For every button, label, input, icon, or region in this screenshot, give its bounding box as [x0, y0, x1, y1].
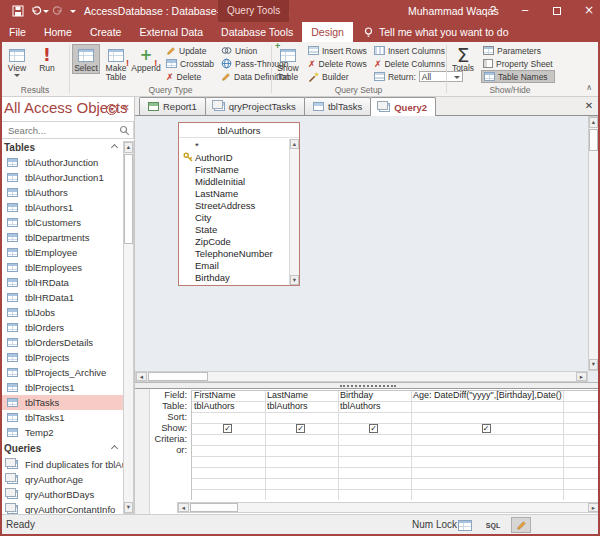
field-list-item[interactable]: MiddleInitial	[179, 175, 299, 187]
help-button[interactable]: ?	[484, 0, 502, 22]
undo-icon[interactable]	[30, 0, 49, 22]
grid-cell-or[interactable]	[410, 445, 562, 456]
search-input[interactable]	[6, 123, 114, 137]
grid-cell-criteria[interactable]	[410, 434, 562, 445]
grid-cell-table[interactable]	[410, 401, 562, 412]
sidebar-item[interactable]: tblAuthorJunction1	[0, 170, 123, 185]
field-list-title[interactable]: tblAuthors	[179, 123, 299, 138]
section-tables[interactable]: Tables	[0, 141, 123, 155]
nav-menu-icon[interactable]	[106, 104, 117, 115]
field-list-item[interactable]: ZipCode	[179, 235, 299, 247]
field-list-scrollbar[interactable]: ▴ ▾	[289, 139, 299, 285]
grid-cell-field[interactable]: FirstName	[191, 390, 264, 401]
collapse-section-icon[interactable]	[111, 445, 118, 452]
sidebar-item[interactable]: tblAuthors	[0, 185, 123, 200]
grid-cell-or[interactable]	[191, 445, 264, 456]
ribbon-tab[interactable]: File	[0, 22, 35, 42]
ribbon-tab[interactable]: Database Tools	[212, 22, 302, 42]
show-checkbox[interactable]: ✓	[482, 424, 491, 433]
scroll-up-arrow[interactable]: ▴	[124, 142, 133, 153]
field-list-item[interactable]: Birthday	[179, 271, 299, 283]
sidebar-item[interactable]: tblJobs	[0, 305, 123, 320]
field-list-item[interactable]: Email	[179, 259, 299, 271]
scroll-thumb[interactable]	[148, 372, 208, 381]
scroll-thumb[interactable]	[589, 129, 598, 151]
delete-rows-button[interactable]: ✗Delete Rows	[306, 57, 369, 70]
make-table-button[interactable]: ! Make Table	[102, 44, 130, 82]
scroll-left-arrow[interactable]: ◂	[178, 503, 189, 512]
insert-rows-button[interactable]: Insert Rows	[306, 44, 369, 57]
run-button[interactable]: ! Run	[33, 44, 61, 73]
scroll-up-arrow[interactable]: ▴	[589, 117, 598, 128]
totals-button[interactable]: Σ Totals	[449, 44, 477, 73]
field-list-item[interactable]: City	[179, 211, 299, 223]
sidebar-item[interactable]: qryAuthorContantInfo	[0, 502, 123, 514]
scroll-thumb[interactable]	[124, 154, 133, 244]
update-button[interactable]: Update	[164, 44, 216, 57]
sidebar-item[interactable]: tblProjects1	[0, 380, 123, 395]
show-checkbox[interactable]: ✓	[296, 424, 305, 433]
grid-cell-or[interactable]	[337, 445, 410, 456]
field-list-item[interactable]: FirstName	[179, 163, 299, 175]
scroll-left-arrow[interactable]: ◂	[136, 372, 147, 381]
grid-cell-sort[interactable]	[264, 412, 337, 423]
section-queries[interactable]: Queries	[0, 442, 123, 456]
grid-cell-field[interactable]: LastName	[264, 390, 337, 401]
document-tab[interactable]: Query2	[370, 97, 436, 116]
sidebar-scrollbar[interactable]: ▴ ▾	[123, 141, 134, 514]
document-tab[interactable]: tblTasks	[304, 97, 371, 115]
sidebar-item[interactable]: tblDepartments	[0, 230, 123, 245]
sidebar-item[interactable]: tblAuthorJunction	[0, 155, 123, 170]
collapse-section-icon[interactable]	[111, 144, 118, 151]
delete-query-button[interactable]: ✗Delete	[164, 70, 216, 83]
grid-cell-field[interactable]: Age: DateDiff("yyyy",[Birthday],Date())	[410, 390, 562, 401]
grid-cell-field[interactable]: Birthday	[337, 390, 410, 401]
crosstab-button[interactable]: Crosstab	[164, 57, 216, 70]
grid-cell-sort[interactable]	[337, 412, 410, 423]
show-table-button[interactable]: + Show Table	[274, 44, 302, 82]
sidebar-item[interactable]: tblTasks	[0, 395, 123, 410]
scroll-thumb[interactable]	[190, 503, 238, 512]
show-checkbox[interactable]: ✓	[223, 424, 232, 433]
property-sheet-button[interactable]: Property Sheet	[481, 57, 555, 70]
table-names-button[interactable]: Table Names	[481, 70, 555, 83]
sidebar-item[interactable]: tblOrdersDetails	[0, 335, 123, 350]
sidebar-item[interactable]: qryAuthorAge	[0, 472, 123, 487]
sidebar-item[interactable]: Find duplicates for tblAuthors	[0, 457, 123, 472]
customize-quick-access-icon[interactable]	[70, 0, 76, 22]
field-list-item[interactable]: *	[179, 139, 299, 151]
grid-cell-table[interactable]: tblAuthors	[264, 401, 337, 412]
design-view-button[interactable]	[511, 517, 531, 533]
field-list-item[interactable]: AuthorID	[179, 151, 299, 163]
splitter-handle[interactable]	[340, 385, 396, 387]
grid-cell-criteria[interactable]	[264, 434, 337, 445]
ribbon-tab[interactable]: Home	[35, 22, 81, 42]
save-icon[interactable]	[12, 0, 24, 22]
show-checkbox[interactable]: ✓	[369, 424, 378, 433]
sidebar-item[interactable]: tblCustomers	[0, 215, 123, 230]
redo-icon[interactable]	[52, 0, 64, 22]
sidebar-item[interactable]: tblOrders	[0, 320, 123, 335]
ribbon-tab[interactable]: Create	[81, 22, 131, 42]
pane-splitter[interactable]	[135, 382, 600, 389]
scroll-down-arrow[interactable]: ▾	[124, 502, 133, 513]
datasheet-view-button[interactable]	[455, 517, 475, 533]
tell-me-box[interactable]: Tell me what you want to do	[363, 22, 509, 42]
builder-button[interactable]: Builder	[306, 70, 369, 83]
close-button[interactable]: ×	[578, 0, 600, 22]
grid-horizontal-scrollbar[interactable]: ◂ ▸	[177, 502, 600, 513]
sidebar-item[interactable]: tblEmployee	[0, 245, 123, 260]
grid-cell-table[interactable]: tblAuthors	[191, 401, 264, 412]
ribbon-tab[interactable]: Design	[302, 22, 353, 42]
ribbon-tab[interactable]: External Data	[130, 22, 212, 42]
grid-cell-table[interactable]: tblAuthors	[337, 401, 410, 412]
view-button[interactable]: View	[3, 44, 31, 77]
field-list-item[interactable]: LastName	[179, 187, 299, 199]
document-tab[interactable]: qryProjectTasks	[205, 97, 305, 115]
scroll-up-arrow[interactable]: ▴	[290, 139, 299, 149]
collapse-ribbon-icon[interactable]: ∧	[586, 83, 592, 92]
minimize-button[interactable]: ─	[514, 0, 536, 22]
grid-cell-sort[interactable]	[191, 412, 264, 423]
scroll-down-arrow[interactable]: ▾	[589, 359, 598, 370]
select-query-button[interactable]: Select	[72, 44, 100, 74]
